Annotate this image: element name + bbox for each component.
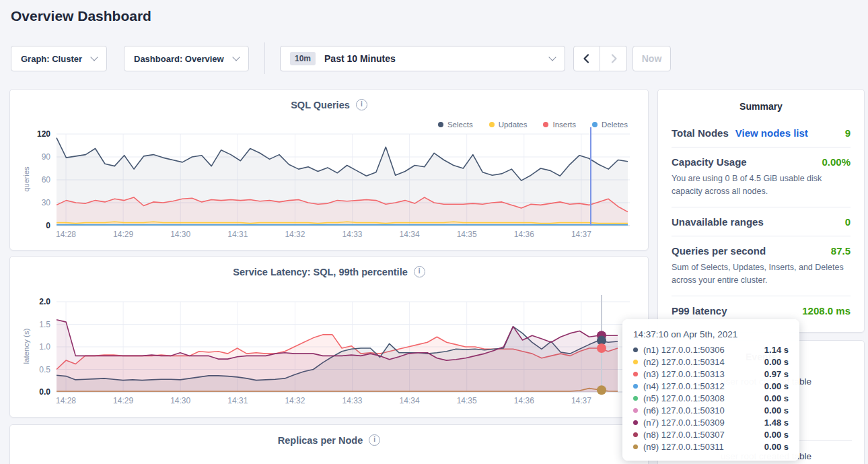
x-tick-label: 14:30 xyxy=(170,396,190,405)
node-latency-value: 0.00 s xyxy=(764,357,789,367)
node-address: (n7) 127.0.0.1:50309 xyxy=(643,418,725,428)
node-latency-value: 1.14 s xyxy=(764,345,789,355)
summary-row: Queries per second87.5Sum of Selects, Up… xyxy=(672,236,851,296)
info-icon[interactable]: i xyxy=(369,434,380,446)
node-address: (n4) 127.0.0.1:50312 xyxy=(643,381,725,391)
chevron-down-icon xyxy=(90,53,98,61)
node-address: (n3) 127.0.0.1:50313 xyxy=(643,369,725,379)
summary-description: You are using 0 B of 4.5 GiB usable disk… xyxy=(672,172,851,199)
tooltip-node-row: (n2) 127.0.0.1:503140.00 s xyxy=(633,356,789,368)
service-latency-card: Service Latency: SQL, 99th percentile i … xyxy=(9,256,649,418)
x-tick-label: 14:37 xyxy=(571,396,591,405)
x-tick-label: 14:36 xyxy=(514,396,534,405)
x-tick-label: 14:35 xyxy=(457,230,477,239)
tooltip-node-row: (n4) 127.0.0.1:503120.00 s xyxy=(633,380,789,392)
hover-point-dot xyxy=(597,385,606,395)
sql-queries-chart[interactable]: 14:2814:2914:3014:3114:3214:3314:3414:35… xyxy=(10,90,648,250)
node-address: (n8) 127.0.0.1:50307 xyxy=(643,430,725,440)
x-tick-label: 14:28 xyxy=(56,230,76,239)
service-latency-chart[interactable]: 14:2814:2914:3014:3114:3214:3314:3414:35… xyxy=(10,257,648,417)
node-address: (n1) 127.0.0.1:50306 xyxy=(643,345,725,355)
y-tick-label: 90 xyxy=(42,152,51,162)
tooltip-node-row: (n8) 127.0.0.1:503070.00 s xyxy=(633,428,789,440)
summary-row: Unavailable ranges0 xyxy=(672,207,851,236)
summary-value: 1208.0 ms xyxy=(802,305,851,317)
hover-point-dot xyxy=(597,343,606,353)
node-address: (n6) 127.0.0.1:50310 xyxy=(643,405,725,416)
node-color-dot xyxy=(633,372,638,376)
time-next-button[interactable] xyxy=(600,46,627,71)
view-nodes-list-link[interactable]: View nodes list xyxy=(735,127,808,139)
x-tick-label: 14:34 xyxy=(400,230,420,239)
chart-hover-tooltip: 14:37:10 on Apr 5th, 2021 (n1) 127.0.0.1… xyxy=(622,319,799,461)
chevron-down-icon xyxy=(548,53,556,61)
x-tick-label: 14:32 xyxy=(285,230,305,239)
x-tick-label: 14:32 xyxy=(285,396,305,405)
tooltip-node-row: (n3) 127.0.0.1:503130.97 s xyxy=(633,368,789,380)
summary-label: Capacity Usage xyxy=(672,156,747,168)
time-prev-button[interactable] xyxy=(573,46,600,71)
x-tick-label: 14:34 xyxy=(400,396,420,405)
x-tick-label: 14:31 xyxy=(227,230,248,239)
now-button[interactable]: Now xyxy=(632,46,671,71)
tooltip-node-row: (n5) 127.0.0.1:503080.00 s xyxy=(633,392,789,404)
summary-row-header: Total NodesView nodes list9 xyxy=(672,127,851,139)
chevron-right-icon xyxy=(608,53,619,64)
tooltip-node-row: (n7) 127.0.0.1:503091.48 s xyxy=(633,416,789,428)
dashboard-dropdown[interactable]: Dashboard: Overview xyxy=(124,46,249,71)
sql-queries-card: SQL Queries i SelectsUpdatesInsertsDelet… xyxy=(9,89,649,251)
tooltip-node-row: (n6) 127.0.0.1:503100.00 s xyxy=(633,404,789,416)
summary-label: Total Nodes xyxy=(672,127,729,139)
x-tick-label: 14:30 xyxy=(170,230,190,239)
summary-row-header: Queries per second87.5 xyxy=(672,245,851,257)
node-color-dot xyxy=(633,420,638,425)
summary-row-header: Unavailable ranges0 xyxy=(672,216,851,228)
y-tick-label: 2.0 xyxy=(39,297,50,306)
summary-row: Total NodesView nodes list9 xyxy=(672,119,851,147)
dashboard-dropdown-label: Dashboard: Overview xyxy=(134,54,224,64)
node-latency-value: 0.00 s xyxy=(764,381,789,391)
summary-row-header: Capacity Usage0.00% xyxy=(672,156,851,168)
summary-row-header: P99 latency1208.0 ms xyxy=(672,305,851,317)
node-color-dot xyxy=(633,396,638,401)
x-tick-label: 14:37 xyxy=(571,230,591,239)
overview-dashboard-page: Overview Dashboard Graph: Cluster Dashbo… xyxy=(0,0,868,464)
y-tick-label: 0.0 xyxy=(39,387,50,397)
graph-dropdown[interactable]: Graph: Cluster xyxy=(11,46,107,71)
tooltip-timestamp: 14:37:10 on Apr 5th, 2021 xyxy=(633,329,789,339)
summary-value: 0 xyxy=(845,216,851,228)
page-title: Overview Dashboard xyxy=(11,8,151,24)
x-tick-label: 14:29 xyxy=(113,396,133,405)
node-color-dot xyxy=(633,384,638,389)
summary-title: Summary xyxy=(658,90,864,119)
node-latency-value: 0.00 s xyxy=(764,442,789,452)
summary-label: P99 latency xyxy=(672,305,727,317)
summary-description: Sum of Selects, Updates, Inserts, and De… xyxy=(672,261,851,288)
y-tick-label: 1.0 xyxy=(39,342,50,352)
node-latency-value: 0.00 s xyxy=(764,405,789,416)
summary-label: Queries per second xyxy=(672,245,766,257)
x-tick-label: 14:28 xyxy=(56,396,76,405)
time-range-selector[interactable]: 10m Past 10 Minutes xyxy=(280,46,565,71)
node-address: (n2) 127.0.0.1:50314 xyxy=(643,357,725,367)
summary-row: Capacity Usage0.00%You are using 0 B of … xyxy=(672,147,851,207)
summary-value: 87.5 xyxy=(831,245,851,257)
y-tick-label: 0 xyxy=(46,221,50,230)
summary-value: 0.00% xyxy=(822,156,851,168)
node-color-dot xyxy=(633,360,638,364)
node-color-dot xyxy=(633,432,638,437)
node-color-dot xyxy=(633,408,638,413)
y-tick-label: 120 xyxy=(37,129,50,139)
time-range-label: Past 10 Minutes xyxy=(324,53,396,64)
chart-title-row: Replicas per Node i xyxy=(10,434,648,446)
chevron-down-icon xyxy=(232,53,240,61)
tooltip-node-row: (n1) 127.0.0.1:503061.14 s xyxy=(633,343,789,356)
summary-label: Unavailable ranges xyxy=(672,216,764,228)
y-tick-label: 0.5 xyxy=(39,365,50,374)
x-tick-label: 14:33 xyxy=(342,396,362,405)
summary-value: 9 xyxy=(845,127,851,139)
node-latency-value: 0.00 s xyxy=(764,393,789,403)
chart-title: Replicas per Node xyxy=(278,435,363,446)
time-nav-group xyxy=(573,46,627,71)
node-address: (n5) 127.0.0.1:50308 xyxy=(643,393,725,403)
